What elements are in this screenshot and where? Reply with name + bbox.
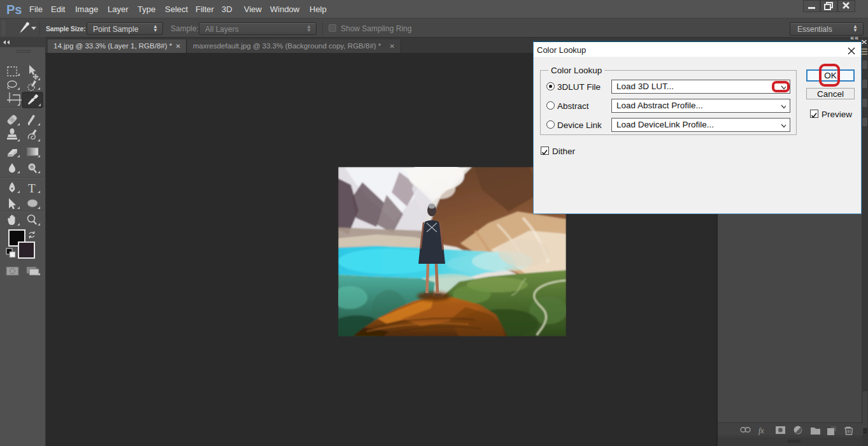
svg-text:T: T	[28, 182, 36, 195]
svg-text:fx: fx	[758, 426, 764, 435]
